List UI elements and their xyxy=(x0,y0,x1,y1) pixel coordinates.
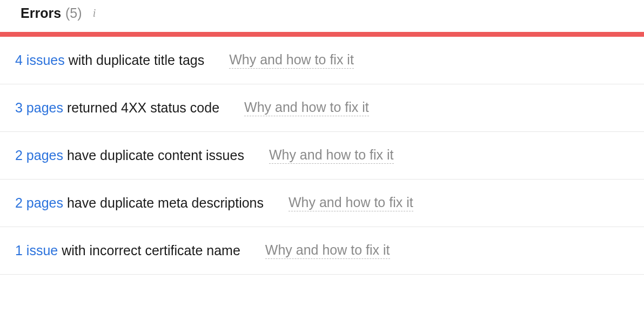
issue-rest-text: have duplicate content issues xyxy=(63,148,244,163)
issue-description: 1 issue with incorrect certificate name xyxy=(15,243,240,258)
errors-count: (5) xyxy=(65,5,82,21)
info-icon[interactable]: i xyxy=(89,8,100,19)
issue-row: 2 pages have duplicate meta descriptions… xyxy=(0,180,644,227)
issue-row: 4 issues with duplicate title tags Why a… xyxy=(0,37,644,84)
issue-description: 2 pages have duplicate meta descriptions xyxy=(15,195,264,211)
issue-description: 4 issues with duplicate title tags xyxy=(15,52,204,68)
issue-count-link[interactable]: 2 pages xyxy=(15,148,63,163)
issue-row: 3 pages returned 4XX status code Why and… xyxy=(0,84,644,132)
errors-title: Errors xyxy=(21,5,61,21)
issue-row: 1 issue with incorrect certificate name … xyxy=(0,227,644,275)
errors-header: Errors (5) i xyxy=(0,5,644,32)
issue-rest-text: have duplicate meta descriptions xyxy=(63,195,264,210)
issue-rest-text: with duplicate title tags xyxy=(65,52,204,68)
fix-link[interactable]: Why and how to fix it xyxy=(269,147,394,164)
fix-link[interactable]: Why and how to fix it xyxy=(289,195,413,211)
issue-count-link[interactable]: 1 issue xyxy=(15,243,58,258)
issue-count-link[interactable]: 3 pages xyxy=(15,100,63,115)
fix-link[interactable]: Why and how to fix it xyxy=(244,99,369,116)
severity-bar xyxy=(0,32,644,37)
issue-row: 2 pages have duplicate content issues Wh… xyxy=(0,132,644,180)
issues-list: 4 issues with duplicate title tags Why a… xyxy=(0,37,644,275)
fix-link[interactable]: Why and how to fix it xyxy=(229,52,354,69)
issue-description: 3 pages returned 4XX status code xyxy=(15,100,219,116)
issue-count-link[interactable]: 4 issues xyxy=(15,52,65,68)
issue-rest-text: with incorrect certificate name xyxy=(58,243,240,258)
issue-rest-text: returned 4XX status code xyxy=(63,100,219,115)
issue-description: 2 pages have duplicate content issues xyxy=(15,148,244,163)
fix-link[interactable]: Why and how to fix it xyxy=(265,242,390,259)
issue-count-link[interactable]: 2 pages xyxy=(15,195,63,210)
